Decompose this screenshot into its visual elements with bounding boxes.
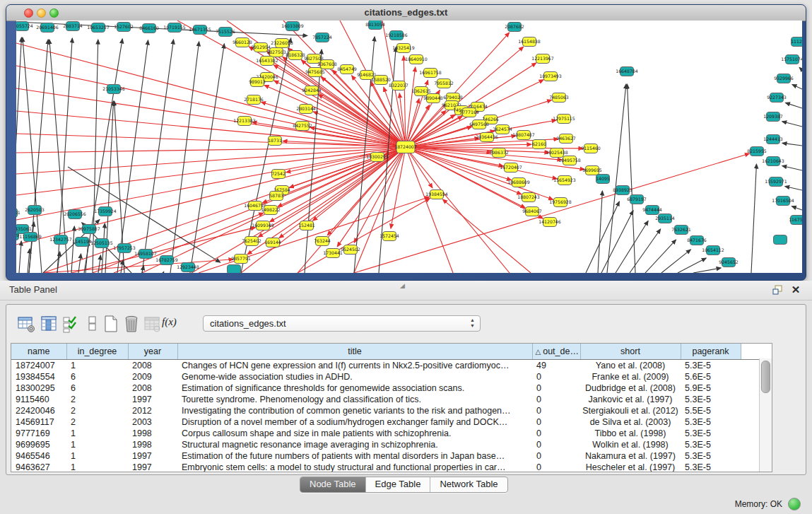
panel-resize-grip[interactable]: ◢ (400, 283, 408, 288)
window-titlebar[interactable]: citations_edges.txt (6, 5, 806, 21)
table-row[interactable]: 946554611997Estimation of the future num… (11, 450, 761, 462)
cell-name[interactable]: 9777169 (11, 428, 66, 439)
cell-pagerank[interactable]: 5.9E-5 (681, 382, 741, 394)
cell-year[interactable]: 1998 (128, 428, 177, 439)
cell-pagerank[interactable]: 5.3E-5 (681, 416, 741, 428)
table-row[interactable]: 977716911998Corpus callosum shape and si… (11, 428, 761, 439)
minimize-window-icon[interactable] (37, 8, 46, 18)
column-header-name[interactable]: name (11, 344, 66, 360)
table-column-icon[interactable] (39, 314, 59, 334)
cell-title[interactable]: Embryonic stem cells: a model to study s… (177, 462, 532, 472)
cell-pagerank[interactable]: 5.3E-5 (681, 394, 741, 405)
graph-node[interactable] (228, 265, 241, 274)
cell-out-de-[interactable]: 0 (532, 462, 580, 472)
cell-year[interactable]: 2012 (128, 405, 177, 416)
graph-node[interactable] (774, 235, 787, 245)
cell-title[interactable]: Estimation of the future numbers of pati… (177, 450, 532, 462)
float-window-icon[interactable] (771, 284, 784, 296)
cell-pagerank[interactable]: 5.3E-5 (681, 462, 741, 472)
cell-in-degree[interactable]: 2 (66, 405, 128, 416)
cell-short[interactable]: de Silva et al. (2003) (580, 416, 681, 428)
cell-short[interactable]: Yano et al. (2008) (580, 360, 681, 372)
cell-out-de-[interactable]: 49 (532, 360, 580, 372)
column-header-out-de-[interactable]: △out_de… (532, 344, 580, 360)
cell-title[interactable]: Corpus callosum shape and size in male p… (177, 428, 532, 439)
cell-year[interactable]: 2008 (128, 360, 177, 372)
close-panel-icon[interactable]: ✕ (789, 284, 802, 296)
cell-title[interactable]: Investigating the contribution of common… (177, 405, 532, 416)
cell-name[interactable]: 9115460 (11, 394, 66, 405)
cell-out-de-[interactable]: 0 (532, 394, 580, 405)
table-scrollbar[interactable] (759, 358, 772, 472)
table-row[interactable]: 1872400712008Changes of HCN gene express… (11, 360, 761, 372)
stacked-cells-icon[interactable] (83, 314, 102, 334)
cell-name[interactable]: 9699695 (11, 439, 66, 450)
cell-out-de-[interactable]: 0 (532, 405, 580, 416)
cell-out-de-[interactable]: 0 (532, 450, 580, 462)
cell-short[interactable]: Jankovic et al. (1997) (580, 394, 681, 405)
zoom-window-icon[interactable] (49, 8, 59, 18)
cell-out-de-[interactable]: 0 (532, 428, 580, 439)
cell-pagerank[interactable]: 5.3E-5 (681, 450, 741, 462)
table-row[interactable]: 2242004622012Investigating the contribut… (11, 405, 761, 416)
select-rows-icon[interactable] (60, 314, 80, 334)
cell-in-degree[interactable]: 1 (66, 360, 128, 372)
cell-out-de-[interactable]: 0 (532, 382, 580, 394)
tab-node-table[interactable]: Node Table (300, 477, 365, 492)
table-row[interactable]: 1938455462009Genome-wide association stu… (11, 371, 761, 382)
cell-out-de-[interactable]: 0 (532, 416, 580, 428)
cell-short[interactable]: Nakamura et al. (1997) (580, 450, 681, 462)
cell-title[interactable]: Changes of HCN gene expression and I(f) … (177, 360, 532, 372)
cell-title[interactable]: Structural magnetic resonance image aver… (177, 439, 532, 450)
cell-name[interactable]: 19384554 (11, 371, 66, 382)
cell-year[interactable]: 2003 (128, 416, 177, 428)
cell-short[interactable]: Wolkin et al. (1998) (580, 439, 681, 450)
cell-in-degree[interactable]: 2 (66, 394, 128, 405)
cell-name[interactable]: 18300295 (11, 382, 66, 394)
cell-in-degree[interactable]: 1 (66, 428, 128, 439)
close-window-icon[interactable] (24, 8, 33, 18)
table-row[interactable]: 1830029562008Estimation of significance … (11, 382, 761, 394)
cell-title[interactable]: Estimation of significance thresholds fo… (177, 382, 532, 394)
cell-year[interactable]: 2009 (128, 371, 177, 382)
column-header-in-degree[interactable]: in_degree (66, 344, 128, 360)
column-header-short[interactable]: short (580, 344, 681, 360)
memory-ok-indicator-icon[interactable] (788, 498, 801, 510)
cell-in-degree[interactable]: 1 (66, 462, 128, 472)
cell-short[interactable]: Dudbridge et al. (2008) (580, 382, 681, 394)
cell-name[interactable]: 22420046 (11, 405, 66, 416)
cell-year[interactable]: 2008 (128, 382, 177, 394)
cell-in-degree[interactable]: 6 (66, 371, 128, 382)
cell-title[interactable]: Disruption of a novel member of a sodium… (177, 416, 532, 428)
cell-year[interactable]: 1997 (128, 450, 177, 462)
new-file-icon[interactable] (101, 314, 121, 334)
cell-year[interactable]: 1997 (128, 462, 177, 472)
cell-pagerank[interactable]: 5.3E-5 (681, 428, 741, 439)
cell-name[interactable]: 9463627 (11, 462, 66, 472)
cell-short[interactable]: Franke et al. (2009) (580, 371, 681, 382)
cell-pagerank[interactable]: 5.6E-5 (681, 371, 741, 382)
cell-short[interactable]: Hescheler et al. (1997) (580, 462, 681, 472)
cell-out-de-[interactable]: 0 (532, 439, 580, 450)
table-settings-icon[interactable] (16, 314, 36, 334)
table-row[interactable]: 911546021997Tourette syndrome. Phenomeno… (11, 394, 761, 405)
cell-pagerank[interactable]: 5.3E-5 (681, 360, 741, 372)
cell-out-de-[interactable]: 0 (532, 371, 580, 382)
column-header-year[interactable]: year (128, 344, 177, 360)
cell-title[interactable]: Genome-wide association studies in ADHD. (177, 371, 532, 382)
column-header-pagerank[interactable]: pagerank (681, 344, 741, 360)
cell-name[interactable]: 9465546 (11, 450, 66, 462)
cell-in-degree[interactable]: 1 (66, 450, 128, 462)
cell-year[interactable]: 1998 (128, 439, 177, 450)
cell-short[interactable]: Stergiakouli et al. (2012) (580, 405, 681, 416)
cell-year[interactable]: 1997 (128, 394, 177, 405)
table-row[interactable]: 946362711997Embryonic stem cells: a mode… (11, 462, 761, 472)
cell-in-degree[interactable]: 1 (66, 439, 128, 450)
cell-name[interactable]: 14569117 (11, 416, 66, 428)
cell-short[interactable]: Tibbo et al. (1998) (580, 428, 681, 439)
cell-in-degree[interactable]: 2 (66, 416, 128, 428)
cell-pagerank[interactable]: 5.5E-5 (681, 405, 741, 416)
network-canvas[interactable]: 2405572420691406288371410653257152760284… (16, 21, 802, 273)
table-row[interactable]: 1456911722003Disruption of a novel membe… (11, 416, 761, 428)
scrollbar-thumb[interactable] (761, 361, 770, 393)
